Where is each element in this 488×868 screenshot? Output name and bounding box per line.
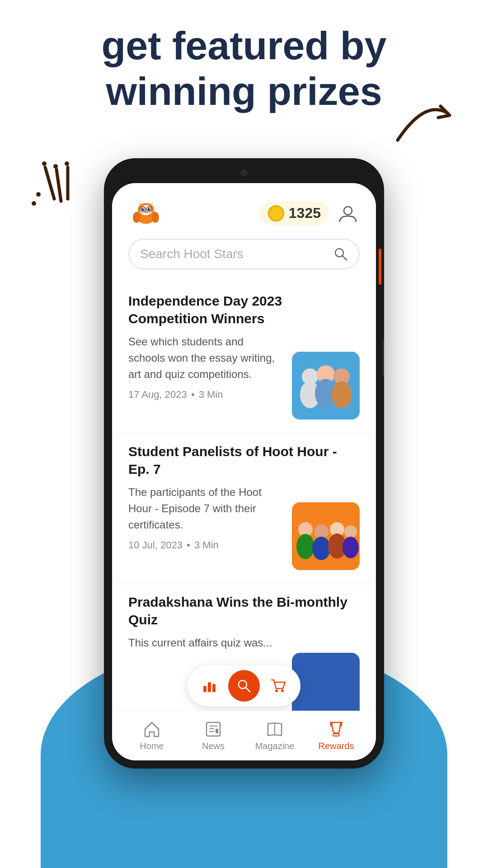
nav-item-rewards[interactable]: Rewards <box>305 720 367 751</box>
phone-screen: 1325 Search Hoot Stars <box>112 183 376 760</box>
article-text-2: The participants of the Hoot Hour - Epis… <box>128 484 283 551</box>
article-read-time-2: 3 Min <box>194 539 219 551</box>
magazine-icon <box>266 720 284 738</box>
scroll-indicator <box>379 249 381 285</box>
svg-point-17 <box>143 208 144 209</box>
rewards-icon <box>327 720 345 738</box>
deco-sparks-left <box>18 140 90 212</box>
svg-rect-42 <box>203 686 206 692</box>
svg-line-24 <box>343 256 347 260</box>
chart-icon <box>202 678 218 694</box>
fab-cart-button[interactable] <box>263 670 294 702</box>
article-image-1 <box>292 352 360 420</box>
floating-actions <box>188 665 300 706</box>
svg-line-0 <box>45 167 54 199</box>
svg-point-47 <box>275 689 278 692</box>
owl-logo <box>130 202 162 225</box>
svg-point-7 <box>32 201 36 206</box>
profile-icon[interactable] <box>338 203 358 223</box>
svg-point-20 <box>133 212 140 223</box>
svg-rect-43 <box>208 682 211 692</box>
app-content: 1325 Search Hoot Stars <box>112 183 376 760</box>
svg-point-6 <box>36 192 41 197</box>
header-right: 1325 <box>260 201 358 225</box>
article-meta-1: 17 Aug, 2023 3 Min <box>128 389 283 401</box>
article-desc-2: The participants of the Hoot Hour - Epis… <box>128 484 283 533</box>
article-text-1: See which students and schools won the e… <box>128 334 283 401</box>
svg-line-1 <box>56 170 61 201</box>
home-icon <box>143 720 161 738</box>
header-line2: winning prizes <box>106 69 382 113</box>
svg-point-5 <box>65 161 69 166</box>
coin-badge: 1325 <box>260 201 329 225</box>
phone-side-button <box>382 339 384 375</box>
dot-2 <box>187 544 190 547</box>
svg-point-15 <box>141 208 145 211</box>
svg-rect-44 <box>212 684 216 692</box>
bottom-nav: Home News <box>112 711 376 760</box>
article-text-3: This current affairs quiz was... <box>128 635 283 657</box>
svg-point-40 <box>343 537 359 558</box>
svg-point-34 <box>296 534 314 559</box>
article-image-2 <box>292 502 360 570</box>
article-title-3: Pradakshana Wins the Bi-monthly Quiz <box>128 593 360 628</box>
svg-point-31 <box>332 381 352 408</box>
nav-label-rewards: Rewards <box>319 741 354 751</box>
fab-chart-button[interactable] <box>194 670 225 702</box>
svg-line-58 <box>341 722 342 726</box>
nav-label-magazine: Magazine <box>255 741 295 751</box>
coin-amount: 1325 <box>289 205 321 222</box>
nav-label-news: News <box>202 741 225 751</box>
article-title-2: Student Panelists of Hoot Hour - Ep. 7 <box>128 443 360 478</box>
svg-point-22 <box>344 207 352 215</box>
svg-line-56 <box>330 722 331 726</box>
svg-point-36 <box>312 537 330 560</box>
article-date-2: 10 Jul, 2023 <box>128 539 183 551</box>
cart-icon <box>270 678 286 694</box>
nav-item-home[interactable]: Home <box>121 720 183 751</box>
fab-search-button[interactable] <box>228 670 260 702</box>
phone-frame: 1325 Search Hoot Stars <box>104 158 384 769</box>
svg-point-48 <box>281 689 284 692</box>
nav-item-news[interactable]: News <box>183 720 244 751</box>
search-container: Search Hoot Stars <box>112 234 376 278</box>
article-card-1[interactable]: Independence Day 2023 Competition Winner… <box>112 283 376 434</box>
coin-icon <box>268 205 284 222</box>
search-bar[interactable]: Search Hoot Stars <box>128 239 360 269</box>
phone-camera <box>240 169 248 176</box>
app-header: 1325 <box>112 183 376 234</box>
news-icon <box>204 720 222 738</box>
search-placeholder: Search Hoot Stars <box>140 247 327 261</box>
fab-search-icon <box>236 678 252 694</box>
svg-point-39 <box>344 525 357 538</box>
article-inner-2: The participants of the Hoot Hour - Epis… <box>128 484 360 570</box>
svg-point-21 <box>152 212 159 223</box>
article-card-2[interactable]: Student Panelists of Hoot Hour - Ep. 7 T… <box>112 434 376 584</box>
svg-point-18 <box>149 208 150 209</box>
search-icon <box>333 247 348 261</box>
svg-rect-60 <box>333 734 339 736</box>
nav-item-magazine[interactable]: Magazine <box>244 720 305 751</box>
article-inner-1: See which students and schools won the e… <box>128 334 360 420</box>
article-desc-1: See which students and schools won the e… <box>128 334 283 382</box>
svg-point-3 <box>42 161 47 166</box>
article-read-time-1: 3 Min <box>199 389 223 401</box>
article-desc-3: This current affairs quiz was... <box>128 635 283 651</box>
article-date-1: 17 Aug, 2023 <box>128 389 187 401</box>
svg-rect-41 <box>292 673 360 700</box>
article-title-1: Independence Day 2023 Competition Winner… <box>128 292 360 327</box>
svg-line-46 <box>246 688 250 692</box>
svg-rect-53 <box>216 729 218 733</box>
article-meta-2: 10 Jul, 2023 3 Min <box>128 539 283 551</box>
nav-label-home: Home <box>140 741 164 751</box>
svg-point-16 <box>148 208 151 211</box>
deco-arrow-right <box>389 90 461 149</box>
dot-1 <box>192 393 194 396</box>
svg-point-4 <box>53 164 58 169</box>
header-line1: get featured by <box>102 23 387 68</box>
